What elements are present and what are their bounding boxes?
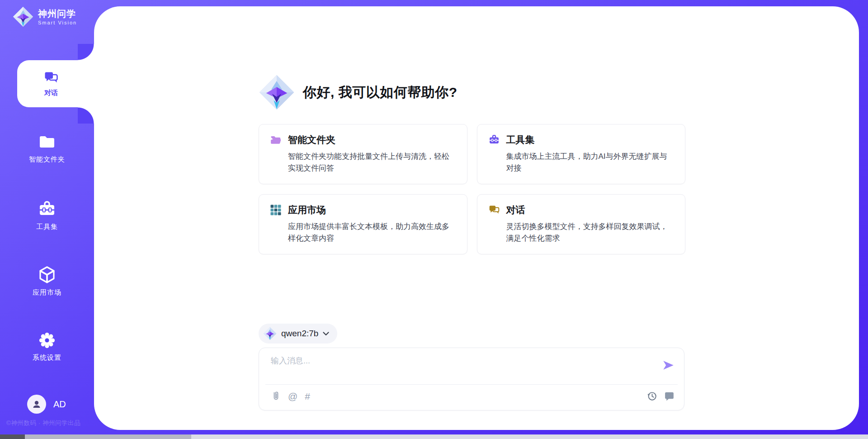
topic-button[interactable]: # [305, 391, 310, 401]
feature-card-toolset[interactable]: 工具集 集成市场上主流工具，助力AI与外界无缝扩展与对接 [477, 124, 686, 184]
assistant-diamond-logo-icon [259, 74, 295, 110]
footer-credit: ©神州数码 · 神州问学出品 [6, 419, 97, 427]
at-symbol: @ [288, 391, 297, 401]
card-title: 对话 [506, 204, 525, 216]
sidebar-item-label: 对话 [44, 89, 58, 97]
mention-button[interactable]: @ [288, 391, 297, 401]
feature-cards: 智能文件夹 智能文件夹功能支持批量文件上传与清洗，轻松实现文件问答 工具集 集成… [259, 124, 685, 254]
model-selector[interactable]: qwen2:7b [259, 324, 337, 344]
page: 神州问学 Smart Vision 对话 智能文件夹 [0, 0, 868, 439]
card-title: 智能文件夹 [288, 134, 335, 146]
person-icon [32, 399, 42, 409]
card-title: 应用市场 [288, 204, 326, 216]
scrollbar-corner [0, 434, 25, 439]
horizontal-scrollbar-thumb[interactable] [25, 434, 191, 439]
send-icon [661, 358, 675, 372]
chat-icon [43, 70, 59, 86]
card-description: 集成市场上主流工具，助力AI与外界无缝扩展与对接 [506, 151, 675, 174]
hash-symbol: # [305, 391, 310, 401]
composer-divider [265, 384, 678, 385]
brand-diamond-logo-icon [13, 6, 33, 27]
message-composer: @ # [259, 348, 684, 410]
card-head: 工具集 [488, 134, 675, 146]
user-account[interactable]: AD [27, 395, 66, 414]
sidebar-item-smart-folders[interactable]: 智能文件夹 [0, 132, 94, 164]
feature-card-chat[interactable]: 对话 灵活切换多模型文件，支持多样回复效果调试，满足个性化需求 [477, 194, 686, 254]
send-button[interactable] [661, 358, 676, 372]
composer-tools-left: @ # [271, 391, 310, 401]
sidebar: 神州问学 Smart Vision 对话 智能文件夹 [0, 0, 94, 439]
cube-icon [38, 265, 57, 284]
avatar [27, 395, 46, 414]
feature-card-smart-folders[interactable]: 智能文件夹 智能文件夹功能支持批量文件上传与清洗，轻松实现文件问答 [259, 124, 467, 184]
chevron-down-icon [323, 332, 329, 336]
sidebar-item-label: 应用市场 [33, 288, 61, 297]
card-description: 灵活切换多模型文件，支持多样回复效果调试，满足个性化需求 [506, 221, 675, 244]
history-clock-icon [646, 391, 658, 402]
sidebar-item-label: 系统设置 [33, 353, 61, 362]
hero: 你好, 我可以如何帮助你? [259, 74, 458, 110]
brand: 神州问学 Smart Vision [13, 6, 77, 27]
message-input[interactable] [271, 355, 646, 381]
history-button[interactable] [646, 391, 658, 402]
composer-tools-right [646, 391, 675, 402]
briefcase-icon [38, 200, 57, 219]
card-description: 应用市场提供丰富长文本模板，助力高效生成多样化文章内容 [288, 221, 456, 244]
card-head: 对话 [488, 204, 675, 216]
card-head: 智能文件夹 [270, 134, 456, 146]
user-initials: AD [53, 399, 66, 410]
sidebar-item-toolset[interactable]: 工具集 [0, 200, 94, 231]
card-head: 应用市场 [270, 204, 456, 216]
sidebar-item-app-market[interactable]: 应用市场 [0, 265, 94, 297]
paperclip-icon [271, 391, 281, 401]
brand-subtitle: Smart Vision [38, 20, 77, 25]
sidebar-item-settings[interactable]: 系统设置 [0, 331, 94, 362]
brand-text: 神州问学 Smart Vision [38, 9, 77, 25]
chat-icon [488, 204, 500, 216]
folder-open-icon [270, 134, 282, 146]
tab-top-fillet [78, 44, 94, 60]
sidebar-item-chat[interactable]: 对话 [17, 60, 96, 107]
folder-icon [38, 132, 57, 151]
gear-icon [38, 331, 56, 349]
speech-bubble-icon [664, 391, 675, 402]
model-name: qwen2:7b [281, 329, 318, 339]
brand-name: 神州问学 [38, 9, 77, 19]
card-title: 工具集 [506, 134, 535, 146]
sidebar-item-label: 工具集 [36, 223, 58, 231]
model-diamond-logo-icon [263, 327, 277, 340]
sidebar-item-label: 智能文件夹 [29, 155, 65, 164]
feedback-bubble-button[interactable] [664, 391, 675, 402]
tab-bottom-fillet [78, 107, 94, 124]
briefcase-icon [488, 134, 500, 146]
page-title: 你好, 我可以如何帮助你? [303, 83, 458, 102]
card-description: 智能文件夹功能支持批量文件上传与清洗，轻松实现文件问答 [288, 151, 456, 174]
feature-card-app-market[interactable]: 应用市场 应用市场提供丰富长文本模板，助力高效生成多样化文章内容 [259, 194, 467, 254]
attach-file-button[interactable] [271, 391, 281, 401]
grid-icon [270, 204, 282, 216]
